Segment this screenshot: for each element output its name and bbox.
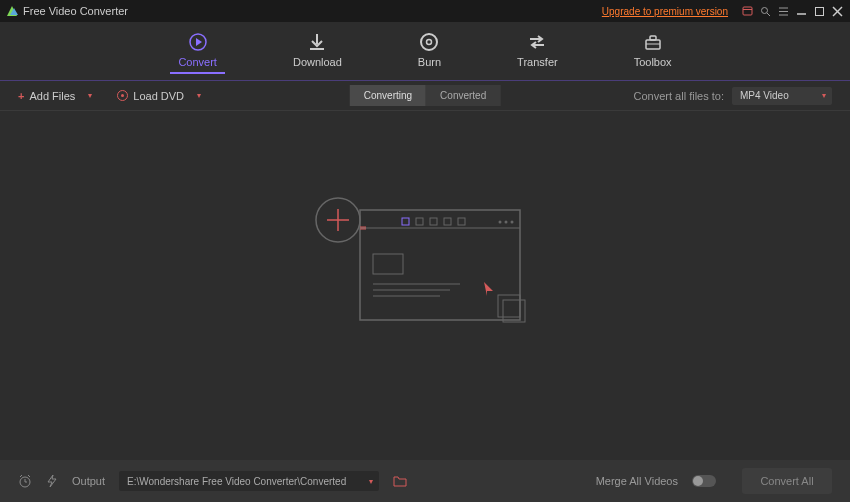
menu-icon[interactable] bbox=[776, 4, 790, 18]
nav-convert[interactable]: Convert bbox=[170, 28, 225, 74]
svg-point-4 bbox=[761, 7, 767, 13]
nav-download[interactable]: Download bbox=[285, 28, 350, 74]
main-drop-area[interactable] bbox=[0, 111, 850, 433]
add-files-label: Add Files bbox=[29, 90, 75, 102]
nav-bar: Convert Download Burn Transfer Toolbox bbox=[0, 22, 850, 81]
svg-point-37 bbox=[511, 221, 514, 224]
svg-point-18 bbox=[427, 40, 432, 45]
svg-rect-32 bbox=[430, 218, 437, 225]
nav-download-label: Download bbox=[293, 56, 342, 68]
output-label: Output bbox=[72, 475, 105, 487]
alarm-icon[interactable] bbox=[18, 474, 32, 488]
nav-burn[interactable]: Burn bbox=[410, 28, 449, 74]
svg-rect-22 bbox=[650, 36, 656, 40]
nav-burn-label: Burn bbox=[418, 56, 441, 68]
maximize-icon[interactable] bbox=[812, 4, 826, 18]
svg-rect-31 bbox=[416, 218, 423, 225]
svg-point-35 bbox=[499, 221, 502, 224]
search-icon[interactable] bbox=[758, 4, 772, 18]
svg-rect-10 bbox=[815, 7, 823, 15]
svg-line-5 bbox=[767, 13, 770, 16]
svg-rect-2 bbox=[743, 7, 752, 15]
nav-transfer[interactable]: Transfer bbox=[509, 28, 566, 74]
convert-to-label: Convert all files to: bbox=[634, 90, 724, 102]
tab-converting[interactable]: Converting bbox=[350, 85, 426, 106]
title-bar: Free Video Converter Upgrade to premium … bbox=[0, 0, 850, 22]
svg-rect-43 bbox=[503, 300, 525, 322]
app-logo-icon bbox=[6, 5, 18, 17]
svg-rect-27 bbox=[360, 210, 520, 320]
minimize-icon[interactable] bbox=[794, 4, 808, 18]
flash-icon[interactable] bbox=[46, 474, 58, 488]
drop-placeholder-icon bbox=[310, 192, 540, 352]
output-path-field[interactable]: E:\Wondershare Free Video Converter\Conv… bbox=[119, 471, 379, 491]
svg-rect-44 bbox=[498, 295, 520, 317]
cart-icon[interactable] bbox=[740, 4, 754, 18]
svg-point-36 bbox=[505, 221, 508, 224]
add-files-button[interactable]: + Add Files ▾ bbox=[18, 90, 92, 102]
svg-marker-42 bbox=[484, 282, 493, 296]
svg-line-48 bbox=[20, 475, 22, 477]
toolbox-icon bbox=[643, 32, 663, 52]
convert-icon bbox=[188, 32, 208, 52]
nav-convert-label: Convert bbox=[178, 56, 217, 68]
footer: Output E:\Wondershare Free Video Convert… bbox=[0, 460, 850, 502]
convert-all-button[interactable]: Convert All bbox=[742, 468, 832, 494]
svg-rect-34 bbox=[458, 218, 465, 225]
merge-label: Merge All Videos bbox=[596, 475, 678, 487]
convert-to-group: Convert all files to: MP4 Video bbox=[634, 87, 832, 105]
disc-icon bbox=[117, 90, 128, 101]
transfer-icon bbox=[527, 32, 547, 52]
download-icon bbox=[307, 32, 327, 52]
svg-rect-38 bbox=[373, 254, 403, 274]
nav-toolbox-label: Toolbox bbox=[634, 56, 672, 68]
svg-rect-33 bbox=[444, 218, 451, 225]
output-path-value: E:\Wondershare Free Video Converter\Conv… bbox=[127, 476, 346, 487]
svg-rect-30 bbox=[402, 218, 409, 225]
nav-transfer-label: Transfer bbox=[517, 56, 558, 68]
status-segment: Converting Converted bbox=[350, 85, 501, 106]
app-title: Free Video Converter bbox=[23, 5, 128, 17]
burn-icon bbox=[419, 32, 439, 52]
svg-point-17 bbox=[421, 34, 437, 50]
format-value: MP4 Video bbox=[740, 90, 789, 101]
nav-toolbox[interactable]: Toolbox bbox=[626, 28, 680, 74]
open-folder-icon[interactable] bbox=[393, 475, 407, 487]
merge-toggle[interactable] bbox=[692, 475, 716, 487]
load-dvd-label: Load DVD bbox=[133, 90, 184, 102]
close-icon[interactable] bbox=[830, 4, 844, 18]
format-dropdown[interactable]: MP4 Video bbox=[732, 87, 832, 105]
svg-marker-50 bbox=[48, 475, 56, 487]
chevron-down-icon: ▾ bbox=[88, 91, 92, 100]
svg-line-49 bbox=[28, 475, 30, 477]
upgrade-link[interactable]: Upgrade to premium version bbox=[602, 6, 728, 17]
chevron-down-icon[interactable]: ▾ bbox=[369, 477, 373, 486]
load-dvd-button[interactable]: Load DVD ▾ bbox=[117, 90, 201, 102]
chevron-down-icon: ▾ bbox=[197, 91, 201, 100]
tab-converted[interactable]: Converted bbox=[426, 85, 500, 106]
toolbar: + Add Files ▾ Load DVD ▾ Converting Conv… bbox=[0, 81, 850, 111]
svg-marker-14 bbox=[196, 38, 202, 46]
plus-icon: + bbox=[18, 90, 24, 102]
